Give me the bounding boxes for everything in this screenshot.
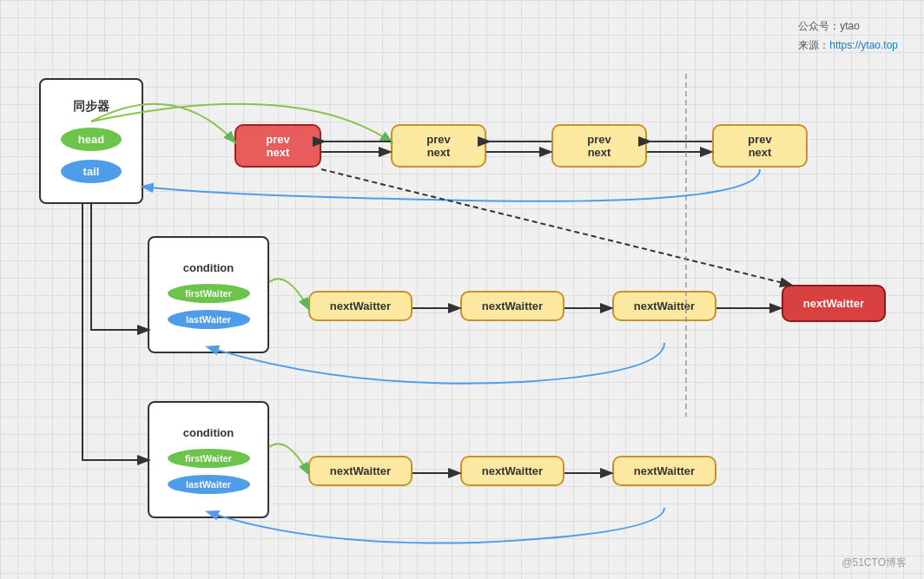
firstwaiter-oval-2: firstWaiter <box>168 449 250 468</box>
waiter2-1: nextWaitter <box>308 456 412 486</box>
waiter1-4: nextWaitter <box>782 285 886 322</box>
waiter1-2: nextWaitter <box>460 291 564 321</box>
diagram-canvas: 公众号：ytao 来源：https://ytao.top @51CTO博客 同步… <box>0 0 924 579</box>
sync-title: 同步器 <box>73 99 109 115</box>
sync-box: 同步器 head tail <box>39 78 143 204</box>
node-prev-red: prev next <box>234 124 321 168</box>
condition-box-1: condition firstWaiter lastWaiter <box>148 236 269 353</box>
condition-title-1: condition <box>183 261 234 274</box>
lastwaiter-oval-2: lastWaiter <box>168 475 250 494</box>
waiter1-3: nextWaitter <box>612 291 716 321</box>
tail-oval: tail <box>61 160 122 183</box>
waiter2-2: nextWaitter <box>460 456 564 486</box>
watermark-line1: 公众号：ytao <box>798 17 898 36</box>
waiter2-3: nextWaitter <box>612 456 716 486</box>
watermark: 公众号：ytao 来源：https://ytao.top <box>798 17 898 55</box>
bottom-credit: @51CTO博客 <box>842 556 907 570</box>
node-2: prev next <box>551 124 647 168</box>
head-oval: head <box>61 128 122 151</box>
condition-title-2: condition <box>183 426 234 439</box>
node-3: prev next <box>712 124 808 168</box>
condition-box-2: condition firstWaiter lastWaiter <box>148 401 269 518</box>
watermark-line2: 来源：https://ytao.top <box>798 36 898 56</box>
node-1: prev next <box>391 124 486 168</box>
svg-line-6 <box>321 169 790 285</box>
waiter1-1: nextWaitter <box>308 291 412 321</box>
lastwaiter-oval-1: lastWaiter <box>168 310 250 329</box>
firstwaiter-oval-1: firstWaiter <box>168 284 250 303</box>
